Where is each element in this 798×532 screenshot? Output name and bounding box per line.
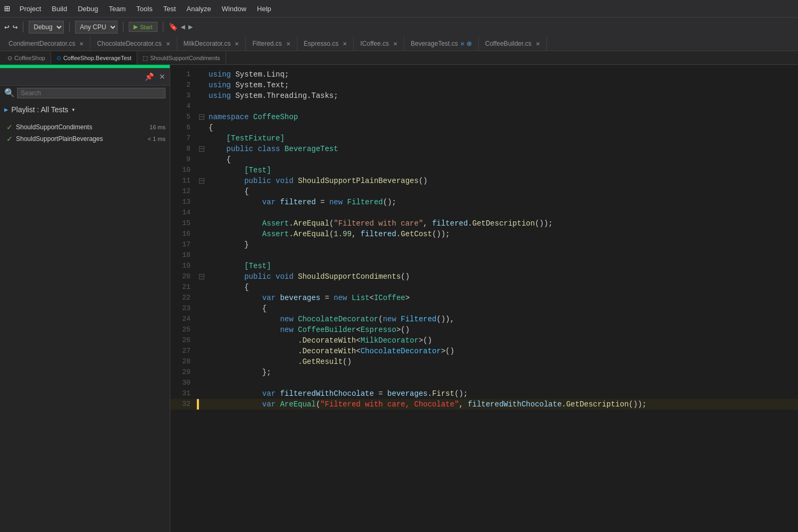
collapse-icon[interactable]: −	[199, 178, 204, 184]
main-layout: 📌 ✕ 🔍 ▶ Playlist : All Tests ▾ ✓ ShouldS…	[0, 65, 798, 532]
config-select[interactable]: Debug	[29, 21, 64, 34]
code-line: 27 .DecorateWith<ChocolateDecorator>()	[170, 346, 798, 356]
list-item[interactable]: ✓ ShouldSupportPlainBeverages < 1 ms	[0, 133, 170, 145]
tab-chocolate-decorator[interactable]: ChocolateDecorator.cs ✕	[90, 37, 177, 51]
play-icon: ▶	[134, 23, 138, 30]
code-line: 5 − namespace CoffeeShop	[170, 112, 798, 122]
search-icon: 🔍	[4, 88, 15, 98]
playlist-dropdown-icon[interactable]: ▾	[71, 106, 75, 114]
tab-condiment-decorator[interactable]: CondimentDecorator.cs ✕	[2, 37, 90, 51]
code-line: 4	[170, 101, 798, 112]
tab-milk-decorator[interactable]: MilkDecorator.cs ✕	[177, 37, 246, 51]
code-line: 30	[170, 378, 798, 388]
code-line: 21 {	[170, 282, 798, 293]
code-line: 24 new ChocolateDecorator(new Filtered()…	[170, 314, 798, 325]
code-line: 1 using System.Linq;	[170, 69, 798, 80]
code-line: 17 }	[170, 239, 798, 250]
tab-close-icon[interactable]: ✕	[79, 41, 84, 47]
panel-close-button[interactable]: ✕	[157, 71, 168, 82]
tab-bar-row1: CondimentDecorator.cs ✕ ChocolateDecorat…	[0, 36, 798, 51]
undo-icon[interactable]: ↩	[4, 22, 10, 32]
code-line: 28 .GetResult()	[170, 356, 798, 367]
code-line: 29 };	[170, 367, 798, 378]
code-content: 1 using System.Linq; 2 using System.Text…	[170, 65, 798, 414]
tab-coffeeshop-beveragetest[interactable]: ⊙ CoffeeShop.BeverageTest	[51, 52, 137, 64]
tab-close-icon[interactable]: ✕	[393, 41, 397, 47]
playlist-label[interactable]: Playlist : All Tests	[11, 105, 68, 114]
code-line: 18	[170, 250, 798, 261]
code-line: 32 var AreEqual("Filtered with care, Cho…	[170, 399, 798, 410]
platform-select[interactable]: Any CPU	[75, 21, 118, 34]
tab-close-icon[interactable]: ✕	[286, 41, 290, 47]
tab-filtered[interactable]: Filtered.cs ✕	[246, 37, 297, 51]
tab-close-icon[interactable]: ✕	[235, 41, 239, 47]
code-line: 10 [Test]	[170, 165, 798, 176]
code-line: 16 Assert.AreEqual(1.99, filtered.GetCos…	[170, 229, 798, 239]
code-line: 23 {	[170, 303, 798, 314]
toolbar-sep-3	[123, 22, 123, 32]
toolbar-sep-4	[163, 22, 163, 32]
code-line: 26 .DecorateWith<MilkDecorator>()	[170, 335, 798, 346]
collapse-icon[interactable]: −	[199, 274, 204, 279]
redo-icon[interactable]: ↪	[13, 22, 18, 32]
test-search-input[interactable]	[17, 88, 165, 98]
vs-logo: ⊞	[4, 3, 10, 14]
code-line: 11 − public void ShouldSupportPlainBever…	[170, 176, 798, 186]
code-line: 19 [Test]	[170, 261, 798, 271]
bookmark-icon[interactable]: 🔖	[169, 22, 178, 31]
menu-build[interactable]: Build	[47, 3, 71, 15]
collapse-icon[interactable]: −	[199, 114, 204, 120]
code-line: 6 {	[170, 122, 798, 133]
collapse-icon[interactable]: −	[199, 146, 204, 152]
code-line: 22 var beverages = new List<ICoffee>	[170, 293, 798, 303]
test-pass-icon: ✓	[6, 123, 13, 131]
tab-should-support-condiments[interactable]: ⬚ ShouldSupportCondiments	[137, 52, 226, 64]
tab-espresso[interactable]: Espresso.cs ✕	[297, 37, 354, 51]
test-pass-icon: ✓	[6, 135, 13, 143]
menu-test[interactable]: Test	[159, 3, 180, 15]
playlist-header: ▶ Playlist : All Tests ▾	[0, 100, 170, 119]
menu-analyze[interactable]: Analyze	[182, 3, 215, 15]
playlist-expand-icon[interactable]: ▶	[4, 106, 8, 114]
code-line: 8 − public class BeverageTest	[170, 144, 798, 154]
menu-window[interactable]: Window	[218, 3, 251, 15]
code-line: 3 using System.Threading.Tasks;	[170, 90, 798, 101]
test-list: ✓ ShouldSupportCondiments 16 ms ✓ Should…	[0, 119, 170, 532]
menu-debug[interactable]: Debug	[73, 3, 102, 15]
menu-help[interactable]: Help	[253, 3, 276, 15]
test-time-condiments: 16 ms	[149, 124, 165, 130]
menu-tools[interactable]: Tools	[132, 3, 156, 15]
menu-bar: ⊞ Project Build Debug Team Tools Test An…	[0, 0, 798, 17]
code-line: 20 − public void ShouldSupportCondiments…	[170, 271, 798, 282]
menu-team[interactable]: Team	[105, 3, 130, 15]
code-line: 15 Assert.AreEqual("Filtered with care",…	[170, 218, 798, 229]
panel-toolbar: 📌 ✕	[0, 68, 170, 85]
code-line: 14	[170, 207, 798, 218]
tab-close-icon[interactable]: ✕	[166, 41, 170, 47]
tab-icoffee[interactable]: ICoffee.cs ✕	[354, 37, 404, 51]
list-item[interactable]: ✓ ShouldSupportCondiments 16 ms	[0, 121, 170, 133]
toolbar-sep-1	[23, 22, 23, 32]
test-time-plain: < 1 ms	[148, 136, 165, 142]
test-name-condiments: ShouldSupportCondiments	[16, 123, 92, 131]
panel-pin-button[interactable]: 📌	[143, 71, 156, 82]
tab-coffee-builder[interactable]: CoffeeBuilder.cs ✕	[479, 37, 547, 51]
menu-project[interactable]: Project	[15, 3, 45, 15]
nav-back-icon[interactable]: ◀	[181, 22, 185, 31]
tab-close-icon[interactable]: ✕	[343, 41, 347, 47]
tab-coffeeshop[interactable]: ⊙ CoffeeShop	[2, 52, 51, 64]
test-search-bar: 🔍	[0, 85, 170, 100]
code-line: 13 var filtered = new Filtered();	[170, 197, 798, 207]
code-line: 2 using System.Text;	[170, 80, 798, 90]
toolbar: ↩ ↪ Debug Any CPU ▶ Start 🔖 ◀ ▶	[0, 17, 798, 36]
code-editor[interactable]: 1 using System.Linq; 2 using System.Text…	[170, 65, 798, 532]
code-line: 12 {	[170, 186, 798, 197]
code-line: 9 {	[170, 154, 798, 165]
tab-close-icon[interactable]: ✕	[536, 41, 540, 47]
start-label: Start	[140, 24, 152, 30]
start-button[interactable]: ▶ Start	[129, 22, 157, 32]
nav-fwd-icon[interactable]: ▶	[188, 22, 193, 31]
toolbar-sep-2	[69, 22, 70, 32]
tab-bar-row2: ⊙ CoffeeShop ⊙ CoffeeShop.BeverageTest ⬚…	[0, 51, 798, 65]
tab-beverage-test[interactable]: BeverageTest.cs ✕ ⊕	[404, 37, 479, 51]
